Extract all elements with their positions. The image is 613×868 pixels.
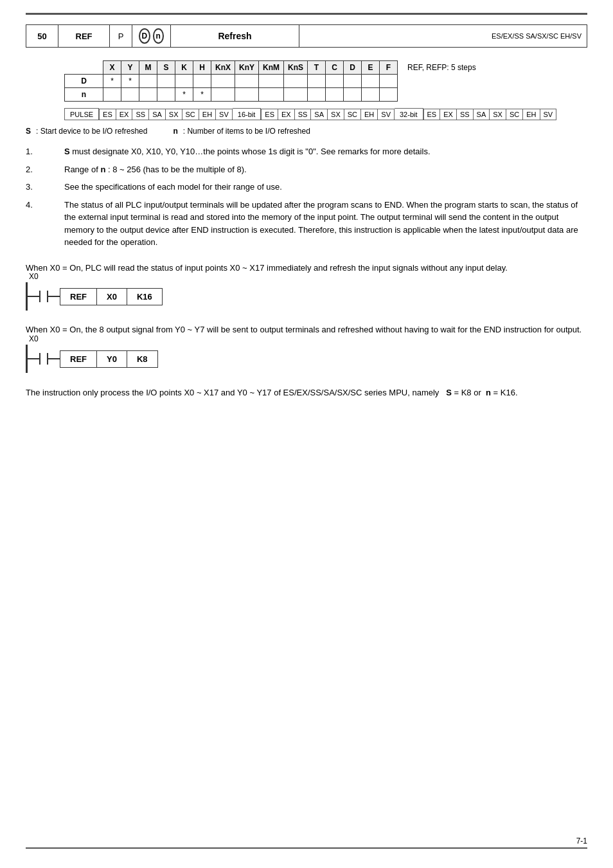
compat-table: PULSE ES EX SS SA SX SC EH SV <box>64 108 556 120</box>
ladder-box-k16: K16 <box>127 288 163 305</box>
instruction-name: REF <box>58 25 110 47</box>
pulse-sv: SV <box>216 109 233 120</box>
col-y: Y <box>121 61 139 75</box>
col-kns: KnS <box>284 61 308 75</box>
notes-section: 1. S must designate X0, X10, Y0, Y10…the… <box>26 145 587 249</box>
icon-cell: D n <box>132 25 171 47</box>
n-circle-icon: n <box>153 28 164 44</box>
compat-header-row: PULSE ES EX SS SA SX SC EH SV <box>65 109 557 120</box>
h-line-2a <box>28 358 39 359</box>
legend-n: n : Number of items to be I/O refreshed <box>173 127 310 136</box>
contact-symbol-2 <box>39 353 48 365</box>
contact-gap-2 <box>40 358 47 359</box>
ladder-2: X0 REF Y0 K8 <box>26 345 587 373</box>
bit16-sa: SA <box>311 109 328 120</box>
col-d: D <box>344 61 362 75</box>
operand-row-n: n ** <box>65 88 481 102</box>
note-1-text: S must designate X0, X10, Y0, Y10…the po… <box>64 145 587 158</box>
compatibility: ES/EX/SS SA/SX/SC EH/SV <box>299 25 587 47</box>
bit16-sc: SC <box>344 109 360 120</box>
ladder-box-k8: K8 <box>127 350 158 368</box>
note-2-num: 2. <box>26 163 64 176</box>
legend-n-text: : Number of items to be I/O refreshed <box>183 127 310 136</box>
ref-label: REF, REFP: 5 steps <box>398 61 481 75</box>
example-1-desc: When X0 = On, PLC will read the status o… <box>26 262 587 275</box>
operand-header-row: X Y M S K H KnX KnY KnM KnS T C D E F RE… <box>65 61 481 75</box>
bit16-label: 16-bit <box>233 109 261 120</box>
legend-s: S : Start device to be I/O refreshed <box>26 127 147 136</box>
pulse-es: ES <box>100 109 116 120</box>
bit32-es: ES <box>423 109 440 120</box>
note-1: 1. S must designate X0, X10, Y0, Y10…the… <box>26 145 587 158</box>
pulse-sa: SA <box>149 109 166 120</box>
compat-section: PULSE ES EX SS SA SX SC EH SV <box>64 108 587 120</box>
page: 50 REF P D n Refresh ES/EX/SS SA/SX/SC E… <box>0 0 613 868</box>
pulse-cells: ES EX SS SA SX SC EH SV <box>99 109 233 120</box>
legend-s-text: : Start device to be I/O refreshed <box>36 127 147 136</box>
operand-table: X Y M S K H KnX KnY KnM KnS T C D E F RE… <box>64 60 481 102</box>
contact-gap-1 <box>40 296 47 297</box>
bit32-sc: SC <box>506 109 522 120</box>
example-1: When X0 = On, PLC will read the status o… <box>26 262 587 311</box>
note-3-text: See the specifications of each model for… <box>64 181 587 194</box>
h-line-1b <box>48 296 60 297</box>
col-e: E <box>362 61 380 75</box>
operand-row-d: D ** <box>65 75 481 88</box>
operand-section: X Y M S K H KnX KnY KnM KnS T C D E F RE… <box>26 60 587 102</box>
pulse-eh: EH <box>199 109 215 120</box>
remark-text: The instruction only process the I/O poi… <box>26 386 587 400</box>
bit32-eh: EH <box>523 109 540 120</box>
instruction-table: 50 REF P D n Refresh ES/EX/SS SA/SX/SC E… <box>26 24 587 48</box>
ladder-boxes-1: REF X0 K16 <box>60 288 163 305</box>
bit32-sa: SA <box>473 109 490 120</box>
bit32-sv: SV <box>540 109 556 120</box>
note-4-num: 4. <box>26 199 64 249</box>
instruction-row: 50 REF P D n Refresh ES/EX/SS SA/SX/SC E… <box>26 25 587 47</box>
bit32-label: 32-bit <box>395 109 423 120</box>
note-2-text: Range of n : 8 ~ 256 (has to be the mult… <box>64 163 587 176</box>
legend-s-symbol: S <box>26 127 31 136</box>
d-circle-icon: D <box>139 28 150 44</box>
note-4-text: The status of all PLC input/output termi… <box>64 199 587 249</box>
top-border <box>26 13 587 15</box>
left-rail-2: X0 <box>26 345 28 373</box>
col-f: F <box>380 61 398 75</box>
bit16-ss: SS <box>294 109 311 120</box>
pulse-label: PULSE <box>65 109 99 120</box>
bit32-ss: SS <box>456 109 473 120</box>
h-line-2b <box>48 358 60 359</box>
example-2-desc: When X0 = On, the 8 output signal from Y… <box>26 323 587 337</box>
bit32-ex: EX <box>440 109 457 120</box>
ladder-box-ref-1: REF <box>60 288 97 305</box>
p-flag: P <box>110 25 132 47</box>
bit16-eh: EH <box>361 109 378 120</box>
example-2: When X0 = On, the 8 output signal from Y… <box>26 323 587 373</box>
contact-label-1: X0 <box>29 272 39 281</box>
pulse-sx: SX <box>165 109 182 120</box>
col-knm: KnM <box>259 61 284 75</box>
step-number: 50 <box>26 25 58 47</box>
col-m: M <box>139 61 157 75</box>
ladder-box-ref-2: REF <box>60 350 97 368</box>
bit16-sx: SX <box>328 109 344 120</box>
bit32-sx: SX <box>490 109 506 120</box>
col-h: H <box>193 61 211 75</box>
note-2: 2. Range of n : 8 ~ 256 (has to be the m… <box>26 163 587 176</box>
h-line-1a <box>28 296 39 297</box>
pulse-ss: SS <box>132 109 149 120</box>
legend-n-symbol: n <box>173 127 177 136</box>
bit16-sv: SV <box>378 109 395 120</box>
page-number: 7-1 <box>576 836 587 845</box>
remark-section: The instruction only process the I/O poi… <box>26 386 587 400</box>
note-3-num: 3. <box>26 181 64 194</box>
bottom-border <box>26 847 587 849</box>
left-rail-1: X0 <box>26 282 28 311</box>
legend: S : Start device to be I/O refreshed n :… <box>26 127 587 136</box>
col-kny: KnY <box>235 61 259 75</box>
note-3: 3. See the specifications of each model … <box>26 181 587 194</box>
note-1-num: 1. <box>26 145 64 158</box>
bit16-es: ES <box>262 109 278 120</box>
col-t: T <box>308 61 326 75</box>
bit16-cells: ES EX SS SA SX SC EH SV <box>261 109 395 120</box>
contact-symbol-1 <box>39 291 48 302</box>
